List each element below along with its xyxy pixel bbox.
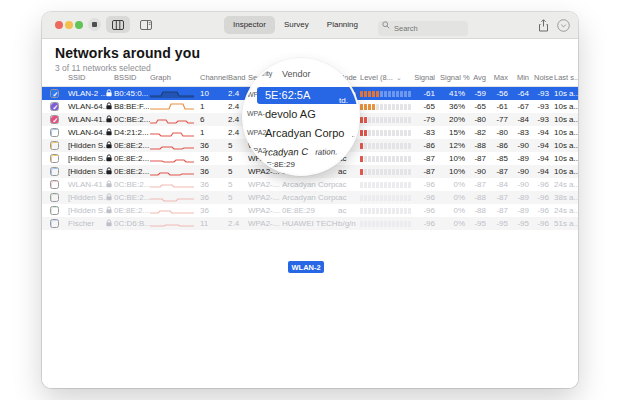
- share-button[interactable]: [538, 18, 549, 36]
- cell-last_seen: 24s a...: [554, 180, 578, 189]
- cell-cb: [50, 180, 59, 189]
- row-checkbox[interactable]: [51, 142, 59, 150]
- column-header-level[interactable]: Level (8...⌄: [360, 73, 414, 82]
- stop-scan-button[interactable]: [88, 18, 101, 31]
- signal-graph: [150, 141, 200, 150]
- cell-cb: [50, 193, 59, 202]
- toolbar: Inspector Survey Planning: [42, 12, 578, 39]
- search-input[interactable]: [378, 21, 468, 36]
- row-checkbox[interactable]: [51, 207, 59, 215]
- column-header-band[interactable]: Band: [228, 73, 248, 82]
- tab-planning[interactable]: Planning: [318, 16, 367, 34]
- cell-last_seen: 10s a...: [554, 167, 578, 176]
- stop-icon: [92, 22, 97, 27]
- cell-cb: ✓: [50, 89, 59, 98]
- close-window-button[interactable]: [55, 21, 63, 29]
- cell-band: 5: [228, 167, 248, 176]
- minimize-window-button[interactable]: [65, 21, 73, 29]
- cell-signal_pct: 20%: [440, 115, 470, 124]
- sidebar-view-button[interactable]: [134, 16, 158, 33]
- cell-min: -95: [513, 219, 534, 228]
- sort-chevron-icon: ⌄: [396, 74, 402, 81]
- chevron-down-circle-icon: [557, 19, 570, 32]
- row-checkbox[interactable]: [51, 194, 59, 202]
- cell-level: [360, 195, 414, 201]
- cell-last_seen: 38s a...: [554, 193, 578, 202]
- row-checkbox[interactable]: [51, 181, 59, 189]
- table-view-button[interactable]: [106, 16, 130, 33]
- cell-bssid: 0C:BE:2...: [114, 180, 150, 189]
- cell-min: -90: [513, 167, 534, 176]
- column-header-max[interactable]: Max: [491, 73, 513, 82]
- cell-security: WPA2-...: [248, 180, 282, 189]
- more-options-button[interactable]: [557, 18, 570, 36]
- cell-max: -84: [491, 180, 513, 189]
- mode-segmented-control: Inspector Survey Planning: [224, 16, 367, 34]
- row-checkbox[interactable]: ✓: [51, 90, 59, 98]
- search-field: [378, 17, 468, 32]
- cell-band: 5: [228, 141, 248, 150]
- cell-signal_pct: 0%: [440, 219, 470, 228]
- lens-edge-fragment: td.: [339, 92, 348, 109]
- column-header-avg[interactable]: Avg: [470, 73, 491, 82]
- cell-channel: 10: [200, 89, 228, 98]
- column-header-channel[interactable]: Channel: [200, 73, 228, 82]
- lens-vendor-entry: Arcadyan Corpo..n: [265, 127, 358, 139]
- column-header-ssid[interactable]: SSID: [68, 73, 106, 82]
- column-header-graph[interactable]: Graph: [150, 73, 200, 82]
- cell-avg: -95: [470, 219, 491, 228]
- tab-survey[interactable]: Survey: [275, 16, 318, 34]
- column-header-noise[interactable]: Noise: [534, 73, 554, 82]
- cell-noise: -94: [534, 154, 554, 163]
- lens-edge-fragment: ration.: [315, 147, 338, 156]
- row-checkbox[interactable]: [51, 168, 59, 176]
- cell-mode: ac: [338, 180, 360, 189]
- cell-max: -77: [491, 115, 513, 124]
- column-header-signal[interactable]: Signal: [414, 73, 440, 82]
- level-bar: [360, 117, 411, 123]
- table-row[interactable]: Fischer0C:D6:B...112.4WPA2-...HUAWEI TEC…: [42, 217, 578, 230]
- cell-bssid: 0C:D6:B...: [114, 219, 150, 228]
- lock-icon: [106, 141, 114, 151]
- cell-channel: 36: [200, 180, 228, 189]
- column-header-signal_pct[interactable]: Signal %: [440, 73, 470, 82]
- column-header-last_seen[interactable]: Last s...: [554, 73, 578, 82]
- cell-last_seen: 10s a...: [554, 115, 578, 124]
- cell-cb: [50, 128, 59, 137]
- cell-channel: 1: [200, 102, 228, 111]
- table-row[interactable]: [Hidden S...0E:8E:2...365WPA2-...0E:8E:2…: [42, 204, 578, 217]
- tab-inspector[interactable]: Inspector: [224, 16, 275, 34]
- cell-vendor: Arcadyan Corporation: [282, 193, 338, 202]
- row-checkbox[interactable]: ✓: [51, 116, 59, 124]
- row-checkbox[interactable]: [51, 155, 59, 163]
- cell-signal_pct: 10%: [440, 167, 470, 176]
- row-checkbox[interactable]: [51, 220, 59, 228]
- cell-signal: -86: [414, 141, 440, 150]
- cell-security: WPA2-...: [248, 206, 282, 215]
- cell-avg: -80: [470, 115, 491, 124]
- column-header-bssid[interactable]: BSSID: [114, 73, 150, 82]
- cell-band: 5: [228, 180, 248, 189]
- cell-ssid: [Hidden S...: [68, 167, 106, 176]
- cell-level: [360, 182, 414, 188]
- cell-noise: -93: [534, 102, 554, 111]
- table-row[interactable]: WLAN-41...0C:BE:2...365WPA2-...Arcadyan …: [42, 178, 578, 191]
- cell-ssid: [Hidden S...: [68, 193, 106, 202]
- cell-signal_pct: 0%: [440, 206, 470, 215]
- cell-band: 5: [228, 154, 248, 163]
- cell-signal_pct: 36%: [440, 102, 470, 111]
- cell-signal_pct: 0%: [440, 193, 470, 202]
- cell-ssid: WLAN-41...: [68, 180, 106, 189]
- cell-noise: -96: [534, 180, 554, 189]
- row-checkbox[interactable]: ✓: [51, 103, 59, 111]
- cell-min: -83: [513, 128, 534, 137]
- table-row[interactable]: [Hidden S...0C:BE:2...365WPA2-...Arcadya…: [42, 191, 578, 204]
- cell-max: -87: [491, 193, 513, 202]
- cell-cb: [50, 219, 59, 228]
- zoom-window-button[interactable]: [75, 21, 83, 29]
- cell-min: -64: [513, 89, 534, 98]
- column-header-min[interactable]: Min: [513, 73, 534, 82]
- cell-min: -67: [513, 102, 534, 111]
- cell-channel: 11: [200, 219, 228, 228]
- row-checkbox[interactable]: [51, 129, 59, 137]
